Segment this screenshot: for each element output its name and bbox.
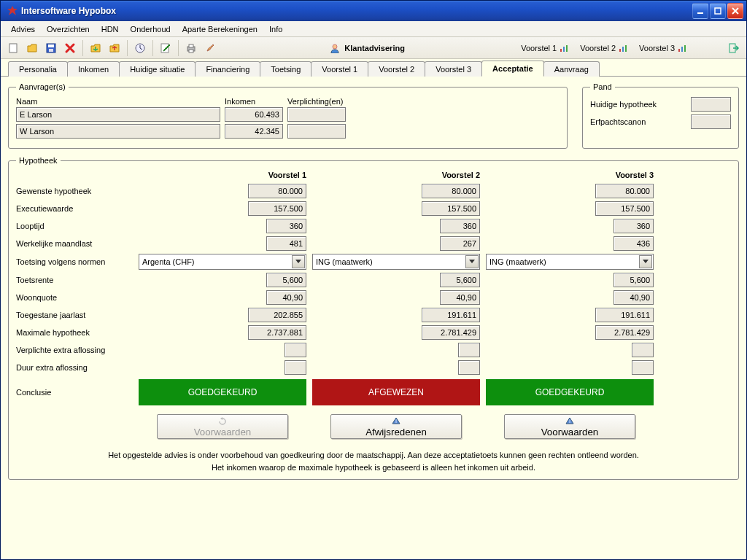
duur-v1[interactable] — [285, 360, 306, 375]
col-verplichting: Verplichting(en) — [287, 97, 346, 106]
save-icon[interactable] — [43, 40, 59, 56]
exit-icon[interactable] — [726, 40, 742, 56]
looptijd-v2[interactable]: 360 — [440, 219, 480, 233]
gewenste-v1[interactable]: 80.000 — [248, 184, 306, 198]
maximale-v1[interactable]: 2.737.881 — [248, 325, 306, 340]
chevron-down-icon[interactable] — [292, 255, 305, 268]
menu-overzichten[interactable]: Overzichten — [41, 23, 96, 36]
toegestane-v3[interactable]: 191.611 — [595, 308, 654, 322]
aanvrager-naam-2[interactable]: W Larson — [16, 124, 220, 139]
maandlast-v1[interactable]: 481 — [266, 236, 306, 251]
svg-rect-15 — [619, 49, 621, 52]
menu-aparte[interactable]: Aparte Berekeningen — [177, 23, 263, 36]
executie-v2[interactable]: 157.500 — [422, 201, 480, 216]
tab-inkomen[interactable]: Inkomen — [67, 61, 120, 77]
folder-out-icon[interactable] — [107, 40, 123, 56]
tab-huidige-situatie[interactable]: Huidige situatie — [119, 61, 196, 77]
maandlast-v3[interactable]: 436 — [614, 236, 654, 251]
verplichte-v2[interactable] — [458, 343, 480, 357]
maximize-button[interactable] — [710, 3, 726, 19]
gewenste-v3[interactable]: 80.000 — [595, 184, 654, 198]
toetsrente-v1[interactable]: 5,600 — [266, 273, 306, 287]
toegestane-v2[interactable]: 191.611 — [422, 308, 480, 322]
link-voorstel-1[interactable]: Voorstel 1 — [516, 44, 573, 52]
aanvrager-inkomen-1[interactable]: 60.493 — [225, 107, 283, 122]
tab-financiering[interactable]: Financiering — [195, 61, 260, 77]
woonquote-v3[interactable]: 40,90 — [614, 290, 654, 305]
toegestane-v1[interactable]: 202.855 — [248, 308, 306, 322]
menu-hdn[interactable]: HDN — [96, 23, 125, 36]
looptijd-v1[interactable]: 360 — [266, 219, 306, 233]
tab-acceptatie[interactable]: Acceptatie — [481, 61, 544, 77]
link-voorstel-2[interactable]: Voorstel 2 — [576, 44, 632, 52]
tab-voorstel-3[interactable]: Voorstel 3 — [425, 61, 482, 77]
aanvrager-verpl-1[interactable] — [287, 107, 346, 122]
toetsrente-v2[interactable]: 5,600 — [440, 273, 480, 287]
duur-v2[interactable] — [458, 360, 480, 375]
link-voorstel-3[interactable]: Voorstel 3 — [635, 44, 691, 52]
brush-icon[interactable] — [202, 40, 218, 56]
button-voorwaarden-3[interactable]: iVoorwaarden — [504, 414, 635, 439]
tab-voorstel-1[interactable]: Voorstel 1 — [311, 61, 368, 77]
col-naam: Naam — [16, 97, 220, 106]
clock-icon[interactable] — [132, 40, 148, 56]
menu-bar: Advies Overzichten HDN Onderhoud Aparte … — [1, 21, 746, 37]
executie-v3[interactable]: 157.500 — [595, 201, 654, 216]
svg-rect-4 — [48, 44, 54, 47]
maximale-v3[interactable]: 2.781.429 — [595, 325, 654, 340]
aanvrager-naam-1[interactable]: E Larson — [16, 107, 220, 122]
woonquote-v2[interactable]: 40,90 — [440, 290, 480, 305]
menu-onderhoud[interactable]: Onderhoud — [125, 23, 177, 36]
toolbar-separator — [152, 40, 153, 56]
tab-voorstel-2[interactable]: Voorstel 2 — [368, 61, 425, 77]
open-icon[interactable] — [24, 40, 40, 56]
print-icon[interactable] — [183, 40, 199, 56]
svg-rect-18 — [678, 49, 680, 52]
label-maximale: Maximale hypotheek — [16, 328, 133, 337]
svg-rect-9 — [189, 44, 193, 47]
tab-personalia[interactable]: Personalia — [8, 61, 68, 77]
aanvrager-verpl-2[interactable] — [287, 124, 346, 139]
button-voorwaarden-1[interactable]: Voorwaarden — [157, 414, 288, 439]
toetsrente-v3[interactable]: 5,600 — [614, 273, 654, 287]
aanvragers-group: Aanvrager(s) Naam Inkomen Verplichting(e… — [8, 82, 568, 149]
looptijd-v3[interactable]: 360 — [614, 219, 654, 233]
dropdown-normen-2[interactable]: ING (maatwerk) — [312, 254, 480, 270]
dropdown-normen-3[interactable]: ING (maatwerk) — [486, 254, 654, 270]
conclusie-v1: GOEDGEKEURD — [139, 379, 306, 405]
duur-v3[interactable] — [632, 360, 654, 375]
chevron-down-icon[interactable] — [639, 255, 652, 268]
col-voorstel-1: Voorstel 1 — [139, 171, 306, 179]
delete-icon[interactable] — [62, 40, 78, 56]
huidige-hypotheek-value[interactable] — [691, 97, 731, 112]
menu-advies[interactable]: Advies — [5, 23, 41, 36]
svg-rect-16 — [622, 47, 624, 52]
verplichte-v1[interactable] — [285, 343, 306, 357]
window-buttons — [692, 3, 743, 19]
folder-in-icon[interactable] — [88, 40, 104, 56]
tab-toetsing[interactable]: Toetsing — [260, 61, 311, 77]
svg-rect-12 — [560, 49, 562, 52]
minimize-button[interactable] — [692, 3, 708, 19]
new-icon[interactable] — [5, 40, 21, 56]
svg-rect-0 — [697, 12, 703, 14]
edit-icon[interactable] — [158, 40, 174, 56]
label-toetsrente: Toetsrente — [16, 276, 133, 284]
gewenste-v2[interactable]: 80.000 — [422, 184, 480, 198]
svg-rect-14 — [566, 45, 568, 52]
tab-aanvraag[interactable]: Aanvraag — [543, 61, 600, 77]
woonquote-v1[interactable]: 40,90 — [266, 290, 306, 305]
executie-v1[interactable]: 157.500 — [248, 201, 306, 216]
close-button[interactable] — [727, 3, 743, 19]
content-area: Aanvrager(s) Naam Inkomen Verplichting(e… — [1, 77, 746, 559]
col-inkomen: Inkomen — [225, 97, 283, 106]
aanvrager-inkomen-2[interactable]: 42.345 — [225, 124, 283, 139]
dropdown-normen-1[interactable]: Argenta (CHF) — [139, 254, 306, 270]
verplichte-v3[interactable] — [632, 343, 654, 357]
erfpachtscanon-value[interactable] — [691, 114, 731, 129]
maximale-v2[interactable]: 2.781.429 — [422, 325, 480, 340]
maandlast-v2[interactable]: 267 — [440, 236, 480, 251]
menu-info[interactable]: Info — [263, 23, 288, 36]
chevron-down-icon[interactable] — [465, 255, 479, 268]
button-afwijsredenen[interactable]: iAfwijsredenen — [330, 414, 462, 439]
